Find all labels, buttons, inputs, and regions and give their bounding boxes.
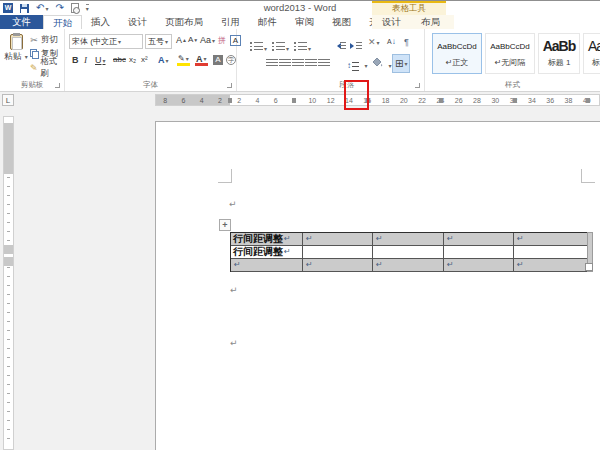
contextual-tab[interactable]: 布局 — [411, 15, 450, 29]
shrink-font-button[interactable]: A▼ — [187, 35, 199, 44]
ribbon-tab[interactable]: 页面布局 — [156, 15, 212, 29]
paste-button[interactable]: 粘贴 — [3, 34, 29, 78]
ribbon-tab[interactable]: 审阅 — [286, 15, 323, 29]
align-left-icon[interactable] — [266, 54, 278, 72]
table-cell[interactable] — [373, 246, 444, 259]
table-row[interactable]: 行间距调整 ↵ — [231, 246, 587, 259]
font-color-icon[interactable]: A — [195, 55, 208, 66]
clipboard-dialog-launcher-icon[interactable] — [55, 83, 60, 88]
table-row-selected[interactable]: 行间距调整 ↵ ↵ ↵ ↵ ↵ — [231, 233, 587, 246]
font-dialog-launcher-icon[interactable] — [227, 83, 232, 88]
shading-icon[interactable] — [371, 54, 391, 72]
change-case-button[interactable]: Aa — [199, 35, 216, 45]
table-cell[interactable]: ↵ — [514, 233, 588, 246]
style-card[interactable]: AaBbCcDd ↵无间隔 — [485, 33, 535, 74]
ribbon-tab[interactable]: 插入 — [82, 15, 119, 29]
table-cell[interactable]: ↵ — [373, 259, 444, 272]
ruler-number: 8 — [156, 95, 174, 105]
font-size-combo[interactable]: 五号 — [145, 34, 172, 49]
multilevel-list-icon[interactable] — [294, 37, 311, 55]
table-resize-handle[interactable] — [585, 263, 593, 271]
numbering-icon[interactable] — [272, 37, 289, 55]
table-cell[interactable]: ↵ — [303, 233, 373, 246]
enclose-characters-icon[interactable]: 字 — [226, 55, 236, 65]
table-cell[interactable]: ↵ — [231, 259, 303, 272]
table-cell[interactable]: ↵ — [303, 259, 373, 272]
vertical-ruler-row-highlight — [4, 245, 13, 254]
justify-icon[interactable] — [305, 54, 317, 72]
table-cell[interactable] — [444, 246, 514, 259]
table-cell[interactable] — [303, 246, 373, 259]
document-page[interactable]: ↵ + 行间距调整 ↵ ↵ ↵ ↵ ↵ 行间距调整 ↵ — [155, 121, 600, 450]
highlight-color-icon[interactable]: ✎ — [177, 55, 190, 66]
margin-corner-mark — [581, 169, 595, 183]
phonetic-guide-icon[interactable]: 拼 — [217, 35, 227, 46]
document-area: ↵ + 行间距调整 ↵ ↵ ↵ ↵ ↵ 行间距调整 ↵ — [0, 109, 600, 450]
table-cell[interactable]: ↵ — [373, 233, 444, 246]
paragraph-dialog-launcher-icon[interactable] — [415, 83, 420, 88]
ruler-number: 36 — [541, 95, 559, 105]
increase-indent-icon[interactable] — [350, 37, 362, 55]
ribbon-tab[interactable]: 邮件 — [249, 15, 286, 29]
font-name-value: 宋体 (中文正 — [72, 36, 117, 47]
ruler-mark — [513, 98, 517, 103]
tab-selector[interactable]: L — [2, 94, 14, 106]
tab-file[interactable]: 文件 — [0, 15, 43, 29]
ruler-number: 4 — [248, 95, 266, 105]
style-card[interactable]: AaBb 标题 1 — [538, 33, 580, 74]
document-table[interactable]: 行间距调整 ↵ ↵ ↵ ↵ ↵ 行间距调整 ↵ — [230, 232, 587, 272]
character-shading-icon[interactable]: A — [213, 55, 223, 65]
line-spacing-icon[interactable]: ↕ — [347, 54, 367, 72]
decrease-indent-icon[interactable] — [334, 37, 346, 55]
subscript-button[interactable]: x₂ — [128, 55, 137, 64]
style-sample: AaBbCcDd — [433, 39, 481, 54]
ruler-number: 2 — [230, 95, 248, 105]
superscript-button[interactable]: x² — [140, 55, 149, 64]
strikethrough-button[interactable]: abc — [112, 55, 127, 64]
table-row-selected[interactable]: ↵ ↵ ↵ ↵ ↵ — [231, 259, 587, 272]
cell-end-mark: ↵ — [284, 233, 291, 245]
vertical-ruler[interactable] — [3, 116, 14, 450]
ribbon-tab[interactable]: 视图 — [323, 15, 360, 29]
show-marks-icon[interactable]: ¶ — [403, 37, 410, 47]
clipboard-mini-button[interactable]: 剪切 — [29, 33, 64, 47]
horizontal-ruler[interactable]: 8642 24681012141618202224262830323436384… — [155, 94, 600, 106]
style-card[interactable]: AaBbCcDd ↵正文 — [432, 33, 482, 74]
table-move-handle[interactable]: + — [219, 219, 231, 231]
borders-button[interactable]: ⊞ — [392, 54, 410, 73]
italic-button[interactable]: I — [83, 55, 88, 65]
font-name-combo[interactable]: 宋体 (中文正 — [69, 34, 143, 49]
bullets-icon[interactable] — [250, 37, 267, 55]
paste-clipboard-icon — [10, 34, 23, 50]
align-center-icon[interactable] — [279, 54, 291, 72]
word-window: W ↶ ↷ ▾ word2013 - Word 表格工具 文件 开始插入设计页面… — [0, 0, 600, 450]
red-highlight-box — [344, 80, 369, 110]
font-group: 宋体 (中文正 五号 A▲ A▼ Aa 拼 A B I U abc x₂ x² … — [65, 29, 237, 91]
ruler-mark — [586, 98, 590, 103]
clipboard-mini-icon — [29, 63, 38, 73]
asian-layout-icon[interactable]: ✕ — [367, 37, 381, 47]
ribbon-tab[interactable]: 开始 — [43, 15, 82, 29]
text-effects-icon[interactable]: A — [157, 55, 170, 65]
contextual-tabs: 设计布局 — [372, 15, 454, 29]
ribbon-tab[interactable]: 设计 — [119, 15, 156, 29]
table-cell[interactable]: ↵ — [444, 259, 514, 272]
ribbon-tab[interactable]: 引用 — [212, 15, 249, 29]
table-cell[interactable]: 行间距调整 ↵ — [231, 233, 303, 246]
table-cell[interactable]: 行间距调整 ↵ — [231, 246, 303, 259]
underline-button[interactable]: U — [94, 55, 107, 65]
contextual-tab[interactable]: 设计 — [372, 15, 411, 29]
style-card[interactable]: AaBb 标题 2 — [583, 33, 600, 74]
clipboard-mini-button[interactable]: 格式刷 — [29, 61, 64, 75]
ruler-text-area: 246810121416182022242628303234363840 — [230, 95, 596, 105]
ruler-number: 6 — [267, 95, 285, 105]
align-right-icon[interactable] — [292, 54, 304, 72]
sort-icon[interactable]: A↓ — [387, 37, 396, 46]
table-cell[interactable]: ↵ — [514, 259, 588, 272]
distribute-icon[interactable] — [318, 54, 330, 72]
ruler-number: 4 — [193, 95, 211, 105]
table-cell[interactable] — [514, 246, 588, 259]
paragraph-group: ✕ A↓ ¶ ↕ ⊞ 段落 — [237, 29, 425, 91]
bold-button[interactable]: B — [71, 55, 80, 65]
table-cell[interactable]: ↵ — [444, 233, 514, 246]
